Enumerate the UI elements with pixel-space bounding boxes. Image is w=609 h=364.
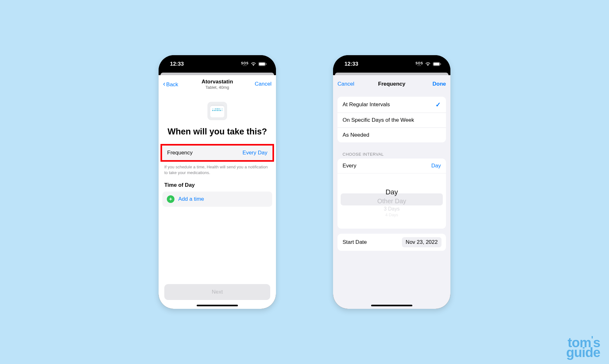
next-button[interactable]: Next: [164, 284, 270, 300]
nav-bar: ‹ Back Atorvastatin Tablet, 40mg Cancel: [159, 75, 276, 93]
battery-icon: [258, 62, 267, 66]
cancel-button[interactable]: Cancel: [337, 81, 354, 87]
hint-text: If you schedule a time, Health will send…: [159, 162, 276, 176]
interval-picker[interactable]: Day Other Day 3 Days 4 Days: [341, 178, 443, 225]
svg-rect-5: [440, 63, 441, 65]
phone-left: 12:33 SOS: [159, 55, 276, 309]
option-specific-days[interactable]: On Specific Days of the Week: [337, 113, 446, 128]
status-bar: 12:33 SOS: [159, 55, 276, 73]
wifi-icon: [251, 62, 256, 66]
start-date-value[interactable]: Nov 23, 2022: [402, 237, 442, 247]
start-date-row[interactable]: Start Date Nov 23, 2022: [337, 234, 446, 251]
cancel-button[interactable]: Cancel: [255, 81, 272, 87]
battery-icon: [433, 62, 442, 66]
option-regular-intervals[interactable]: At Regular Intervals ✓: [337, 97, 446, 113]
phone-right: 12:33 SOS C: [333, 55, 450, 309]
choose-interval-header: CHOOSE INTERVAL: [333, 146, 450, 159]
interval-row[interactable]: Every Day: [337, 159, 446, 173]
watermark: tom's guide: [566, 337, 600, 358]
status-bar: 12:33 SOS: [333, 55, 450, 73]
plus-icon: +: [167, 195, 174, 203]
status-time: 12:33: [344, 61, 358, 67]
time-section-label: Time of Day: [159, 176, 276, 192]
picker-option-selected: Day: [341, 187, 443, 197]
svg-rect-2: [266, 63, 266, 65]
option-as-needed[interactable]: As Needed: [337, 128, 446, 142]
wifi-icon: [425, 62, 431, 66]
status-time: 12:33: [170, 61, 184, 67]
interval-card: Every Day Day Other Day 3 Days 4 Days: [337, 159, 446, 229]
frequency-row[interactable]: Frequency Every Day: [162, 146, 272, 160]
picker-option: 4 Days: [341, 212, 443, 218]
picker-option: 3 Days: [341, 205, 443, 212]
svg-rect-1: [259, 62, 265, 65]
home-indicator[interactable]: [371, 305, 412, 306]
page-title: When will you take this?: [159, 127, 276, 137]
chevron-left-icon: ‹: [163, 80, 165, 88]
nav-bar: Cancel Frequency Done: [333, 75, 450, 93]
sos-indicator: SOS: [241, 62, 249, 66]
add-time-button[interactable]: + Add a time: [162, 192, 272, 207]
frequency-options: At Regular Intervals ✓ On Specific Days …: [337, 97, 446, 142]
home-indicator[interactable]: [197, 305, 238, 306]
done-button[interactable]: Done: [433, 81, 446, 87]
picker-option: Other Day: [341, 197, 443, 205]
calendar-icon: [207, 102, 227, 120]
checkmark-icon: ✓: [435, 101, 441, 108]
sos-indicator: SOS: [416, 62, 423, 66]
svg-rect-4: [434, 62, 440, 65]
back-button[interactable]: ‹ Back: [163, 81, 178, 88]
frequency-label: Frequency: [167, 150, 193, 156]
frequency-value: Every Day: [243, 150, 267, 156]
start-date-group: Start Date Nov 23, 2022: [337, 234, 446, 251]
frequency-highlight: Frequency Every Day: [160, 144, 274, 162]
